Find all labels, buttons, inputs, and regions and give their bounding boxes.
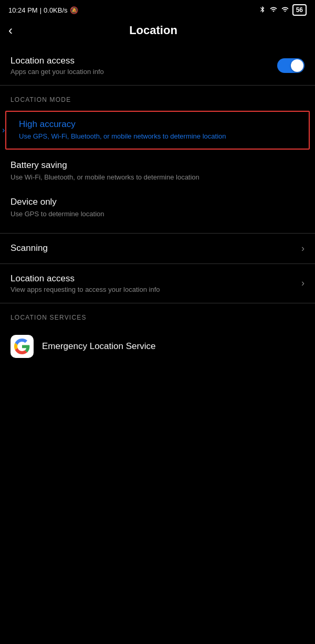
mode-title-device-only: Device only — [10, 197, 304, 207]
location-access-nav-title: Location access — [10, 273, 160, 284]
toggle-thumb — [291, 59, 303, 72]
page-header: ‹ Location — [0, 18, 315, 46]
page-title: Location — [21, 24, 286, 37]
location-access-subtitle: Apps can get your location info — [10, 68, 104, 76]
scanning-nav-item[interactable]: Scanning › — [0, 234, 315, 263]
location-access-nav-item[interactable]: Location access View apps requesting to … — [0, 264, 315, 303]
mode-title-high-accuracy: High accuracy — [19, 119, 303, 130]
location-services-section-label: LOCATION SERVICES — [0, 303, 315, 326]
scanning-title: Scanning — [10, 243, 48, 254]
location-access-text: Location access Apps can get your locati… — [10, 56, 104, 76]
mode-desc-device-only: Use GPS to determine location — [10, 209, 304, 219]
location-access-toggle[interactable] — [277, 58, 304, 73]
status-left: 10:24 PM | 0.0KB/s 🔕 — [8, 6, 78, 14]
mute-icon: 🔕 — [70, 6, 78, 14]
status-right: 56 — [259, 4, 307, 16]
emergency-location-service-title: Emergency Location Service — [42, 341, 155, 352]
location-access-nav-left: Location access View apps requesting to … — [10, 273, 160, 293]
battery-indicator: 56 — [292, 4, 307, 16]
google-icon — [10, 335, 34, 358]
location-mode-section-label: LOCATION MODE — [0, 86, 315, 109]
location-access-nav-desc: View apps requesting to access your loca… — [10, 286, 160, 293]
wifi-icon — [281, 6, 289, 15]
chevron-left-icon: › — [2, 125, 5, 135]
mode-item-battery-saving[interactable]: Battery saving Use Wi-Fi, Bluetooth, or … — [0, 153, 315, 189]
emergency-location-service-item[interactable]: Emergency Location Service — [0, 326, 315, 366]
bluetooth-icon — [259, 6, 266, 15]
network-speed: | — [40, 6, 41, 14]
mode-title-battery-saving: Battery saving — [10, 160, 304, 171]
network-speed-value: 0.0KB/s — [44, 6, 68, 14]
mode-desc-battery-saving: Use Wi-Fi, Bluetooth, or mobile networks… — [10, 173, 304, 182]
scanning-chevron-icon: › — [301, 243, 304, 254]
time-display: 10:24 PM — [8, 6, 38, 14]
mode-item-device-only[interactable]: Device only Use GPS to determine locatio… — [0, 189, 315, 226]
mode-desc-high-accuracy: Use GPS, Wi-Fi, Bluetooth, or mobile net… — [19, 132, 303, 141]
location-access-chevron-icon: › — [301, 278, 304, 289]
mode-item-high-accuracy[interactable]: › High accuracy Use GPS, Wi-Fi, Bluetoot… — [5, 111, 310, 150]
location-access-title: Location access — [10, 56, 104, 66]
back-button[interactable]: ‹ — [8, 23, 13, 38]
signal-icon — [269, 6, 278, 15]
location-access-row: Location access Apps can get your locati… — [0, 46, 315, 85]
scanning-nav-left: Scanning — [10, 243, 48, 254]
status-bar: 10:24 PM | 0.0KB/s 🔕 56 — [0, 0, 315, 18]
